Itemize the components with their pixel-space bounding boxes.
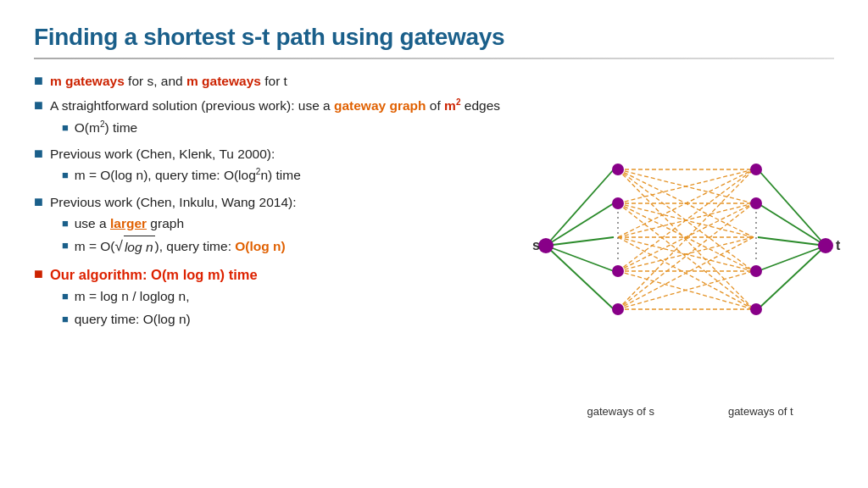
svg-line-31 bbox=[758, 203, 826, 246]
label-gateways-t: gateways of t bbox=[728, 405, 793, 418]
node-s bbox=[538, 238, 554, 253]
svg-line-29 bbox=[546, 246, 614, 309]
sub-list-2: ■ O(m2) time bbox=[62, 118, 500, 137]
bullet-4-content: Previous work (Chen, Inkulu, Wang 2014):… bbox=[50, 192, 297, 260]
sub-5-2: ■ query time: O(log n) bbox=[62, 309, 258, 329]
bullet-3: ■ Previous work (Chen, Klenk, Tu 2000): … bbox=[34, 144, 559, 188]
bullet-3-content: Previous work (Chen, Klenk, Tu 2000): ■ … bbox=[50, 144, 301, 188]
sub-list-5: ■ m = log n / loglog n, ■ query time: O(… bbox=[62, 286, 258, 329]
label-gateways-s: gateways of s bbox=[587, 405, 654, 418]
svg-line-30 bbox=[758, 169, 826, 246]
bullet-3-text: Previous work (Chen, Klenk, Tu 2000): bbox=[50, 147, 275, 161]
text-for-t: for t bbox=[264, 74, 287, 88]
text-for-s: for s, and bbox=[128, 74, 186, 88]
sub-5-1-text: m = log n / loglog n, bbox=[75, 286, 190, 306]
bullet-1: ■ m gateways for s, and m gateways for t bbox=[34, 71, 559, 92]
svg-point-43 bbox=[750, 265, 762, 277]
bullet-5: ■ Our algorithm: O(m log m) time ■ m = l… bbox=[34, 264, 559, 331]
sub-bullet-4-1: ■ bbox=[62, 215, 69, 232]
text-m2: m2 bbox=[444, 98, 460, 113]
bullet-2-text: A straightforward solution (previous wor… bbox=[50, 98, 500, 113]
bullet-marker-1: ■ bbox=[34, 70, 43, 92]
sub-4-2-text: m = O(√log n), query time: O(log n) bbox=[75, 236, 286, 258]
svg-point-37 bbox=[612, 164, 624, 175]
svg-line-34 bbox=[758, 246, 826, 309]
bullet-4: ■ Previous work (Chen, Inkulu, Wang 2014… bbox=[34, 192, 559, 260]
sub-4-2: ■ m = O(√log n), query time: O(log n) bbox=[62, 236, 297, 258]
svg-line-33 bbox=[758, 246, 826, 271]
slide-title: Finding a shortest s-t path using gatewa… bbox=[34, 24, 834, 51]
sub-bullet-2-1: ■ bbox=[62, 119, 69, 136]
bullet-marker-2: ■ bbox=[34, 95, 43, 116]
graph-area: s t gateways of s gateways of t bbox=[520, 93, 851, 424]
text-ologn: O(log n) bbox=[235, 239, 285, 253]
sub-5-1: ■ m = log n / loglog n, bbox=[62, 286, 258, 306]
sub-2-1-text: O(m2) time bbox=[75, 118, 138, 137]
sqrt-content: log n bbox=[124, 236, 155, 257]
graph-labels: gateways of s gateways of t bbox=[533, 405, 838, 418]
bullet-marker-4: ■ bbox=[34, 191, 43, 213]
sub-list-3: ■ m = O(log n), query time: O(log2n) tim… bbox=[62, 165, 301, 185]
sub-4-1-text: use a larger graph bbox=[75, 214, 184, 233]
sub-4-1: ■ use a larger graph bbox=[62, 214, 297, 233]
main-content: ■ m gateways for s, and m gateways for t… bbox=[34, 71, 559, 331]
sub-3-1-text: m = O(log n), query time: O(log2n) time bbox=[75, 165, 301, 185]
bullet-marker-5: ■ bbox=[34, 263, 43, 285]
bullet-1-text: m gateways for s, and m gateways for t bbox=[50, 71, 287, 91]
svg-point-38 bbox=[612, 197, 624, 209]
text-m-gateways-2: m gateways bbox=[186, 74, 261, 88]
svg-point-42 bbox=[750, 197, 762, 209]
bullet-4-text: Previous work (Chen, Inkulu, Wang 2014): bbox=[50, 195, 297, 209]
text-gateway-graph: gateway graph bbox=[334, 98, 426, 113]
sub-bullet-4-2: ■ bbox=[62, 237, 69, 254]
text-larger: larger bbox=[110, 216, 147, 230]
svg-line-25 bbox=[546, 169, 614, 246]
graph-svg: s t bbox=[520, 93, 851, 398]
our-algo-text: Our algorithm: O(m log m) time bbox=[50, 267, 258, 282]
sub-2-1: ■ O(m2) time bbox=[62, 118, 500, 137]
label-s: s bbox=[532, 238, 540, 252]
svg-point-41 bbox=[750, 164, 762, 175]
svg-line-26 bbox=[546, 203, 614, 246]
svg-point-40 bbox=[612, 303, 624, 315]
sub-bullet-5-1: ■ bbox=[62, 288, 69, 305]
sub-bullet-3-1: ■ bbox=[62, 167, 69, 184]
sqrt-expr: √log n bbox=[115, 236, 155, 258]
left-gateway-nodes bbox=[612, 164, 624, 315]
node-t bbox=[818, 238, 833, 253]
svg-line-28 bbox=[546, 246, 614, 271]
title-underline bbox=[34, 58, 834, 59]
sub-3-1: ■ m = O(log n), query time: O(log2n) tim… bbox=[62, 165, 301, 185]
sub-bullet-5-2: ■ bbox=[62, 311, 69, 328]
label-t: t bbox=[836, 238, 841, 252]
bullet-5-content: Our algorithm: O(m log m) time ■ m = log… bbox=[50, 264, 258, 331]
bullet-2-content: A straightforward solution (previous wor… bbox=[50, 96, 500, 140]
bullet-2: ■ A straightforward solution (previous w… bbox=[34, 96, 559, 140]
svg-point-39 bbox=[612, 265, 624, 277]
sub-list-4: ■ use a larger graph ■ m = O(√log n), qu… bbox=[62, 214, 297, 258]
sub-5-2-text: query time: O(log n) bbox=[75, 309, 191, 329]
text-m-gateways-1: m gateways bbox=[50, 74, 125, 88]
bullet-marker-3: ■ bbox=[34, 143, 43, 164]
slide: Finding a shortest s-t path using gatewa… bbox=[0, 0, 868, 488]
bullet-list: ■ m gateways for s, and m gateways for t… bbox=[34, 71, 559, 331]
right-gateway-nodes bbox=[750, 164, 762, 315]
svg-point-44 bbox=[750, 303, 762, 315]
